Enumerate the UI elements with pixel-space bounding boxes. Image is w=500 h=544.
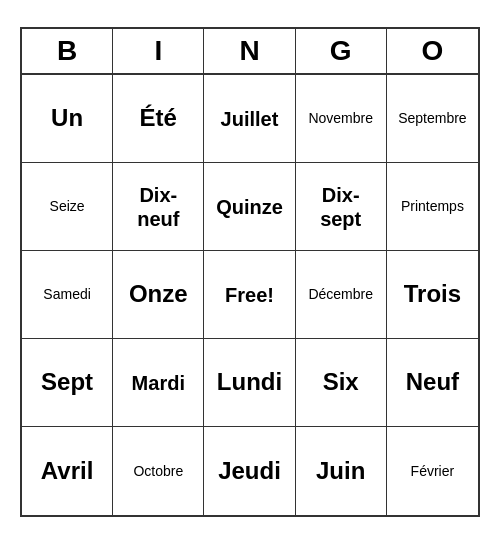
header-letter-g: G [296,29,387,73]
bingo-cell-9: Printemps [387,163,478,251]
cell-text-21: Octobre [133,463,183,480]
cell-text-2: Juillet [221,107,279,131]
cell-text-11: Onze [129,280,188,309]
header-letter-n: N [204,29,295,73]
bingo-cell-17: Lundi [204,339,295,427]
bingo-cell-24: Février [387,427,478,515]
cell-text-4: Septembre [398,110,466,127]
bingo-cell-11: Onze [113,251,204,339]
bingo-cell-13: Décembre [296,251,387,339]
bingo-cell-2: Juillet [204,75,295,163]
bingo-cell-20: Avril [22,427,113,515]
bingo-cell-19: Neuf [387,339,478,427]
bingo-cell-1: Été [113,75,204,163]
bingo-cell-18: Six [296,339,387,427]
bingo-cell-14: Trois [387,251,478,339]
cell-text-1: Été [140,104,177,133]
header-letter-o: O [387,29,478,73]
bingo-cell-23: Juin [296,427,387,515]
bingo-cell-15: Sept [22,339,113,427]
cell-text-16: Mardi [132,371,185,395]
cell-text-18: Six [323,368,359,397]
cell-text-23: Juin [316,457,365,486]
cell-text-12: Free! [225,283,274,307]
cell-text-14: Trois [404,280,461,309]
bingo-cell-10: Samedi [22,251,113,339]
bingo-cell-4: Septembre [387,75,478,163]
cell-text-8: Dix-sept [320,183,361,231]
cell-text-6: Dix-neuf [137,183,179,231]
bingo-cell-22: Jeudi [204,427,295,515]
cell-text-7: Quinze [216,195,283,219]
cell-text-13: Décembre [308,286,373,303]
bingo-cell-6: Dix-neuf [113,163,204,251]
cell-text-17: Lundi [217,368,282,397]
cell-text-10: Samedi [43,286,90,303]
bingo-cell-12: Free! [204,251,295,339]
bingo-cell-7: Quinze [204,163,295,251]
cell-text-22: Jeudi [218,457,281,486]
cell-text-3: Novembre [308,110,373,127]
cell-text-0: Un [51,104,83,133]
cell-text-19: Neuf [406,368,459,397]
bingo-cell-16: Mardi [113,339,204,427]
cell-text-9: Printemps [401,198,464,215]
bingo-cell-21: Octobre [113,427,204,515]
bingo-cell-8: Dix-sept [296,163,387,251]
bingo-cell-3: Novembre [296,75,387,163]
bingo-grid: UnÉtéJuilletNovembreSeptembreSeizeDix-ne… [22,75,478,515]
header-letter-b: B [22,29,113,73]
cell-text-24: Février [411,463,455,480]
bingo-cell-0: Un [22,75,113,163]
bingo-header: BINGO [22,29,478,75]
bingo-card: BINGO UnÉtéJuilletNovembreSeptembreSeize… [20,27,480,517]
header-letter-i: I [113,29,204,73]
bingo-cell-5: Seize [22,163,113,251]
cell-text-5: Seize [50,198,85,215]
cell-text-15: Sept [41,368,93,397]
cell-text-20: Avril [41,457,93,486]
